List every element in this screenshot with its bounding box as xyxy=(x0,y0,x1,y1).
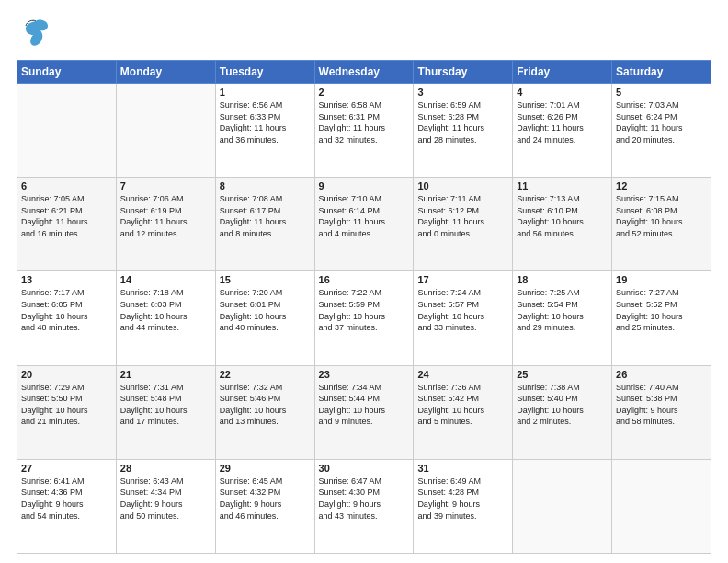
day-number: 3 xyxy=(417,86,508,98)
day-info: Sunrise: 7:29 AM Sunset: 5:50 PM Dayligh… xyxy=(21,382,112,428)
calendar-day-cell xyxy=(513,459,612,553)
day-number: 12 xyxy=(616,180,707,191)
calendar-day-cell: 2Sunrise: 6:58 AM Sunset: 6:31 PM Daylig… xyxy=(314,84,414,178)
calendar-day-cell: 17Sunrise: 7:24 AM Sunset: 5:57 PM Dayli… xyxy=(414,271,513,365)
day-number: 24 xyxy=(417,369,508,380)
calendar-day-cell: 27Sunrise: 6:41 AM Sunset: 4:36 PM Dayli… xyxy=(17,459,117,553)
day-number: 7 xyxy=(120,180,211,191)
day-info: Sunrise: 7:10 AM Sunset: 6:14 PM Dayligh… xyxy=(319,193,410,239)
calendar-day-cell: 24Sunrise: 7:36 AM Sunset: 5:42 PM Dayli… xyxy=(414,365,513,459)
calendar-day-cell: 11Sunrise: 7:13 AM Sunset: 6:10 PM Dayli… xyxy=(513,178,612,271)
calendar-day-cell: 8Sunrise: 7:08 AM Sunset: 6:17 PM Daylig… xyxy=(215,178,314,271)
day-number: 19 xyxy=(616,274,707,285)
day-of-week-header: Wednesday xyxy=(314,61,414,84)
day-info: Sunrise: 7:06 AM Sunset: 6:19 PM Dayligh… xyxy=(120,193,211,239)
day-number: 31 xyxy=(417,463,508,474)
day-number: 14 xyxy=(120,274,211,285)
calendar-header-row: SundayMondayTuesdayWednesdayThursdayFrid… xyxy=(17,61,711,84)
day-info: Sunrise: 7:17 AM Sunset: 6:05 PM Dayligh… xyxy=(21,287,112,333)
day-info: Sunrise: 7:38 AM Sunset: 5:40 PM Dayligh… xyxy=(517,382,608,428)
day-number: 4 xyxy=(517,86,608,98)
calendar-day-cell: 25Sunrise: 7:38 AM Sunset: 5:40 PM Dayli… xyxy=(513,365,612,459)
calendar-day-cell: 19Sunrise: 7:27 AM Sunset: 5:52 PM Dayli… xyxy=(612,271,711,365)
day-number: 10 xyxy=(417,180,508,191)
calendar-day-cell: 16Sunrise: 7:22 AM Sunset: 5:59 PM Dayli… xyxy=(314,271,414,365)
calendar-day-cell: 10Sunrise: 7:11 AM Sunset: 6:12 PM Dayli… xyxy=(414,178,513,271)
day-number: 2 xyxy=(319,86,410,98)
day-number: 15 xyxy=(220,274,311,285)
day-of-week-header: Friday xyxy=(513,61,612,84)
calendar-day-cell xyxy=(17,84,117,178)
calendar-day-cell: 29Sunrise: 6:45 AM Sunset: 4:32 PM Dayli… xyxy=(215,459,314,553)
calendar-day-cell: 28Sunrise: 6:43 AM Sunset: 4:34 PM Dayli… xyxy=(116,459,215,553)
day-number: 13 xyxy=(21,274,112,285)
calendar-day-cell: 18Sunrise: 7:25 AM Sunset: 5:54 PM Dayli… xyxy=(513,271,612,365)
logo xyxy=(17,17,50,52)
calendar-day-cell xyxy=(116,84,215,178)
day-number: 17 xyxy=(417,274,508,285)
day-number: 8 xyxy=(220,180,311,191)
day-number: 30 xyxy=(319,463,410,474)
calendar-table: SundayMondayTuesdayWednesdayThursdayFrid… xyxy=(17,60,711,554)
day-info: Sunrise: 7:20 AM Sunset: 6:01 PM Dayligh… xyxy=(220,287,311,333)
calendar-day-cell: 26Sunrise: 7:40 AM Sunset: 5:38 PM Dayli… xyxy=(612,365,711,459)
day-number: 16 xyxy=(319,274,410,285)
day-of-week-header: Monday xyxy=(116,61,215,84)
calendar-day-cell xyxy=(612,459,711,553)
calendar-week-row: 13Sunrise: 7:17 AM Sunset: 6:05 PM Dayli… xyxy=(17,271,711,365)
day-info: Sunrise: 6:47 AM Sunset: 4:30 PM Dayligh… xyxy=(319,476,410,522)
day-info: Sunrise: 6:59 AM Sunset: 6:28 PM Dayligh… xyxy=(417,99,508,145)
calendar-day-cell: 4Sunrise: 7:01 AM Sunset: 6:26 PM Daylig… xyxy=(513,84,612,178)
day-of-week-header: Saturday xyxy=(612,61,711,84)
day-of-week-header: Thursday xyxy=(414,61,513,84)
calendar-day-cell: 5Sunrise: 7:03 AM Sunset: 6:24 PM Daylig… xyxy=(612,84,711,178)
day-number: 25 xyxy=(517,369,608,380)
day-info: Sunrise: 7:22 AM Sunset: 5:59 PM Dayligh… xyxy=(319,287,410,333)
calendar-day-cell: 22Sunrise: 7:32 AM Sunset: 5:46 PM Dayli… xyxy=(215,365,314,459)
day-info: Sunrise: 7:24 AM Sunset: 5:57 PM Dayligh… xyxy=(417,287,508,333)
day-info: Sunrise: 7:25 AM Sunset: 5:54 PM Dayligh… xyxy=(517,287,608,333)
day-info: Sunrise: 7:01 AM Sunset: 6:26 PM Dayligh… xyxy=(517,99,608,145)
day-number: 5 xyxy=(616,86,707,98)
day-number: 22 xyxy=(220,369,311,380)
calendar-day-cell: 1Sunrise: 6:56 AM Sunset: 6:33 PM Daylig… xyxy=(215,84,314,178)
day-number: 1 xyxy=(220,86,311,98)
day-info: Sunrise: 7:15 AM Sunset: 6:08 PM Dayligh… xyxy=(616,193,707,239)
day-number: 29 xyxy=(220,463,311,474)
calendar-week-row: 20Sunrise: 7:29 AM Sunset: 5:50 PM Dayli… xyxy=(17,365,711,459)
day-number: 26 xyxy=(616,369,707,380)
day-info: Sunrise: 7:27 AM Sunset: 5:52 PM Dayligh… xyxy=(616,287,707,333)
day-info: Sunrise: 7:11 AM Sunset: 6:12 PM Dayligh… xyxy=(417,193,508,239)
calendar-day-cell: 21Sunrise: 7:31 AM Sunset: 5:48 PM Dayli… xyxy=(116,365,215,459)
calendar-week-row: 6Sunrise: 7:05 AM Sunset: 6:21 PM Daylig… xyxy=(17,178,711,271)
header xyxy=(17,17,711,52)
day-info: Sunrise: 6:56 AM Sunset: 6:33 PM Dayligh… xyxy=(220,99,311,145)
calendar-day-cell: 30Sunrise: 6:47 AM Sunset: 4:30 PM Dayli… xyxy=(314,459,414,553)
calendar-week-row: 27Sunrise: 6:41 AM Sunset: 4:36 PM Dayli… xyxy=(17,459,711,553)
calendar-day-cell: 13Sunrise: 7:17 AM Sunset: 6:05 PM Dayli… xyxy=(17,271,117,365)
day-info: Sunrise: 7:13 AM Sunset: 6:10 PM Dayligh… xyxy=(517,193,608,239)
day-number: 23 xyxy=(319,369,410,380)
day-number: 6 xyxy=(21,180,112,191)
day-info: Sunrise: 7:08 AM Sunset: 6:17 PM Dayligh… xyxy=(220,193,311,239)
day-info: Sunrise: 6:58 AM Sunset: 6:31 PM Dayligh… xyxy=(319,99,410,145)
day-number: 28 xyxy=(120,463,211,474)
calendar-day-cell: 23Sunrise: 7:34 AM Sunset: 5:44 PM Dayli… xyxy=(314,365,414,459)
day-number: 18 xyxy=(517,274,608,285)
calendar-day-cell: 7Sunrise: 7:06 AM Sunset: 6:19 PM Daylig… xyxy=(116,178,215,271)
day-info: Sunrise: 6:43 AM Sunset: 4:34 PM Dayligh… xyxy=(120,476,211,522)
calendar-week-row: 1Sunrise: 6:56 AM Sunset: 6:33 PM Daylig… xyxy=(17,84,711,178)
calendar-day-cell: 31Sunrise: 6:49 AM Sunset: 4:28 PM Dayli… xyxy=(414,459,513,553)
day-number: 21 xyxy=(120,369,211,380)
calendar-day-cell: 14Sunrise: 7:18 AM Sunset: 6:03 PM Dayli… xyxy=(116,271,215,365)
calendar-day-cell: 12Sunrise: 7:15 AM Sunset: 6:08 PM Dayli… xyxy=(612,178,711,271)
day-info: Sunrise: 7:03 AM Sunset: 6:24 PM Dayligh… xyxy=(616,99,707,145)
day-number: 9 xyxy=(319,180,410,191)
page: SundayMondayTuesdayWednesdayThursdayFrid… xyxy=(0,0,728,563)
day-info: Sunrise: 7:40 AM Sunset: 5:38 PM Dayligh… xyxy=(616,382,707,428)
day-of-week-header: Sunday xyxy=(17,61,117,84)
day-info: Sunrise: 7:31 AM Sunset: 5:48 PM Dayligh… xyxy=(120,382,211,428)
calendar-day-cell: 3Sunrise: 6:59 AM Sunset: 6:28 PM Daylig… xyxy=(414,84,513,178)
day-number: 11 xyxy=(517,180,608,191)
day-info: Sunrise: 6:41 AM Sunset: 4:36 PM Dayligh… xyxy=(21,476,112,522)
